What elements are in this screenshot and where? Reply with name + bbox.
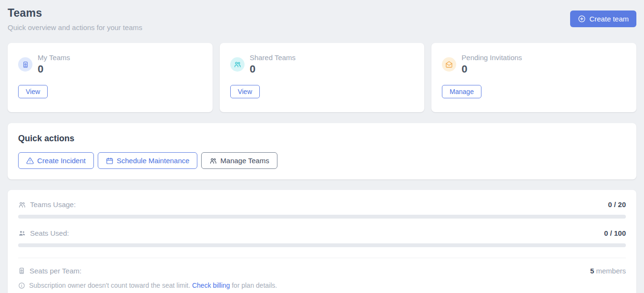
- stat-value: 0: [250, 63, 296, 75]
- view-my-teams-button[interactable]: View: [18, 85, 48, 98]
- seats-per-team-label: Seats per Team:: [30, 267, 82, 275]
- stat-label: Shared Teams: [250, 53, 296, 62]
- teams-page: Teams Quick overview and actions for you…: [0, 0, 644, 293]
- users-filled-icon: [18, 230, 26, 237]
- view-shared-teams-button[interactable]: View: [230, 85, 260, 98]
- divider: [18, 258, 626, 258]
- quick-actions-panel: Quick actions Create Incident Schedule M…: [8, 123, 636, 179]
- warning-triangle-icon: [26, 157, 34, 165]
- my-teams-card: My Teams 0 View: [8, 43, 213, 112]
- stats-row: My Teams 0 View Shared Teams 0 View: [8, 43, 636, 112]
- seats-used-progressbar: [18, 243, 626, 247]
- teams-usage-value: 0 / 20: [608, 200, 626, 209]
- users-outline-icon: [18, 201, 26, 209]
- schedule-maintenance-button[interactable]: Schedule Maintenance: [98, 152, 198, 169]
- plus-circle-icon: [578, 15, 586, 23]
- note-text-after: for plan details.: [232, 282, 277, 289]
- teams-usage-row: Teams Usage: 0 / 20: [18, 200, 626, 219]
- seats-used-value: 0 / 100: [604, 229, 626, 237]
- pending-invitations-card: Pending Invitations 0 Manage: [431, 43, 636, 112]
- schedule-maintenance-label: Schedule Maintenance: [117, 157, 190, 165]
- shared-teams-card: Shared Teams 0 View: [220, 43, 425, 112]
- users-icon: [230, 57, 245, 72]
- page-subtitle: Quick overview and actions for your team…: [8, 23, 143, 31]
- stat-value: 0: [461, 63, 522, 75]
- check-billing-link[interactable]: Check billing: [192, 282, 230, 289]
- seats-per-team-row: Seats per Team: 5 members: [18, 267, 626, 275]
- stat-value: 0: [38, 63, 70, 75]
- seats-used-row: Seats Used: 0 / 100: [18, 229, 626, 247]
- calendar-icon: [106, 157, 113, 165]
- page-header: Teams Quick overview and actions for you…: [8, 7, 636, 31]
- page-title: Teams: [8, 7, 143, 20]
- seat-limit-note: Subscription owner doesn't count toward …: [18, 282, 626, 289]
- seats-used-label: Seats Used:: [30, 229, 69, 237]
- users-icon: [209, 157, 217, 165]
- mail-open-icon: [442, 57, 456, 72]
- note-text-before: Subscription owner doesn't count toward …: [29, 282, 190, 289]
- manage-invitations-button[interactable]: Manage: [442, 85, 481, 98]
- quick-actions-title: Quick actions: [18, 134, 626, 144]
- page-header-text: Teams Quick overview and actions for you…: [8, 7, 143, 31]
- info-circle-icon: [18, 282, 25, 289]
- teams-usage-label: Teams Usage:: [30, 200, 76, 209]
- manage-teams-button[interactable]: Manage Teams: [201, 152, 277, 169]
- badge-icon: [18, 267, 25, 274]
- usage-panel: Teams Usage: 0 / 20 Seats Used: 0 /: [8, 190, 636, 293]
- create-team-button-label: Create team: [589, 15, 629, 23]
- seats-per-team-value: 5 members: [590, 267, 626, 275]
- stat-label: Pending Invitations: [461, 53, 522, 62]
- stat-label: My Teams: [38, 53, 70, 62]
- manage-teams-label: Manage Teams: [220, 157, 269, 165]
- create-incident-label: Create Incident: [37, 157, 86, 165]
- badge-icon: [18, 57, 32, 72]
- create-incident-button[interactable]: Create Incident: [18, 152, 94, 169]
- teams-usage-progressbar: [18, 215, 626, 219]
- create-team-button[interactable]: Create team: [570, 10, 636, 27]
